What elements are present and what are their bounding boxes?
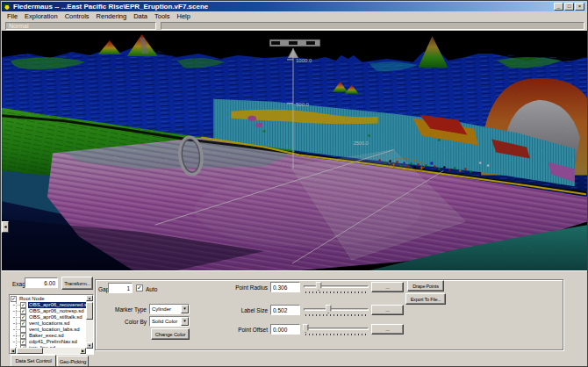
change-color-button[interactable]: Change Color xyxy=(151,328,190,340)
close-icon[interactable]: × xyxy=(575,3,584,11)
menu-controls[interactable]: Controls xyxy=(61,12,93,21)
point-offset-input[interactable] xyxy=(270,324,300,335)
tab-geo-picking[interactable]: Geo-Picking xyxy=(57,356,89,367)
tree-vertical-scrollbar[interactable]: ▲ ▼ xyxy=(86,295,93,349)
tree-item-label: OBS_apr06_notresp.sd xyxy=(28,308,85,314)
checkbox-icon[interactable]: ✓ xyxy=(20,308,26,314)
checkbox-icon[interactable]: ✓ xyxy=(20,339,26,345)
tree-item[interactable]: ✓ OBS_apr06_recovered.sd xyxy=(11,302,86,308)
marker-type-label: Marker Type xyxy=(105,306,147,313)
checkbox-icon[interactable]: ✓ xyxy=(20,314,26,320)
chevron-down-icon[interactable]: ▼ xyxy=(181,305,189,313)
app-bat-icon xyxy=(4,4,11,11)
checkbox-icon[interactable]: ✓ xyxy=(20,320,26,327)
tree-item-label: OBS_apr06_recovered.sd xyxy=(28,302,86,308)
exag-input[interactable] xyxy=(25,277,58,288)
view-mode-box[interactable]: Normal xyxy=(5,22,156,30)
fledermaus-window: Fledermaus -- ...East Pacific Rise\EPR_E… xyxy=(0,0,588,367)
scrollbar-thumb[interactable] xyxy=(17,348,43,354)
tab-data-set-control[interactable]: Data Set Control xyxy=(11,355,56,367)
tree-item[interactable]: ✓ Baker_exec.sd xyxy=(11,333,86,339)
menubar: File Exploration Controls Rendering Data… xyxy=(2,11,586,21)
checkbox-icon[interactable] xyxy=(20,327,26,333)
point-radius-input[interactable] xyxy=(270,282,300,292)
tree-item-label: OBS_apr06_stilltalk.sd xyxy=(28,314,83,320)
tree-item[interactable]: ✓ vent_locations.sd xyxy=(11,320,86,327)
tree-item-label: Root Node xyxy=(18,296,46,302)
toolbar-status-box xyxy=(161,22,584,30)
menu-file[interactable]: File xyxy=(4,12,21,21)
label-size-slider[interactable] xyxy=(304,305,369,317)
slider-thumb[interactable] xyxy=(316,282,322,291)
tree-item[interactable]: ✓ OBS_apr06_stilltalk.sd xyxy=(11,314,86,320)
checkbox-icon[interactable]: ✓ xyxy=(20,302,26,308)
scroll-left-icon[interactable]: ◀ xyxy=(10,348,16,354)
toolbar: Normal xyxy=(2,21,586,31)
menu-data[interactable]: Data xyxy=(130,12,151,21)
minimize-icon[interactable]: _ xyxy=(554,3,563,11)
tree-item[interactable]: ✓ cdp41_PrelimNav.sd xyxy=(11,339,86,345)
chevron-down-icon[interactable]: ▼ xyxy=(181,317,189,326)
point-offset-more-button[interactable]: ... xyxy=(371,324,404,335)
tree-horizontal-scrollbar[interactable]: ◀ ▶ xyxy=(10,348,86,354)
color-by-value: Solid Color xyxy=(152,319,177,324)
scroll-right-icon[interactable]: ▶ xyxy=(80,348,86,354)
menu-help[interactable]: Help xyxy=(174,12,194,21)
scroll-down-icon[interactable]: ▼ xyxy=(86,342,93,349)
point-offset-label: Point Offset xyxy=(226,327,268,333)
point-radius-more-button[interactable]: ... xyxy=(371,282,404,292)
checkbox-icon[interactable]: ✓ xyxy=(20,333,26,339)
label-size-more-button[interactable]: ... xyxy=(371,305,404,315)
auto-label: Auto xyxy=(146,286,157,292)
tree-item-label: Baker_exec.sd xyxy=(28,333,65,339)
maximize-icon[interactable]: □ xyxy=(564,3,574,11)
export-to-file-button[interactable]: Export To File... xyxy=(405,293,446,305)
point-radius-slider[interactable] xyxy=(304,282,369,294)
dataset-tree[interactable]: ✓ Root Node ✓ OBS_apr06_recovered.sd ✓ O… xyxy=(9,294,94,355)
scrollbar-thumb[interactable] xyxy=(86,302,93,320)
viewport-3d[interactable]: 1000.0 500.0 2500.0 ◂ xyxy=(2,31,588,270)
auto-checkbox[interactable]: ✓ xyxy=(136,284,143,291)
slider-thumb[interactable] xyxy=(326,305,332,313)
terrain-noise-overlay xyxy=(2,31,588,270)
tree-item-label: vent_locations.sd xyxy=(28,320,70,327)
menu-exploration[interactable]: Exploration xyxy=(21,12,61,21)
tree-item[interactable]: vent_location_labs.sd xyxy=(11,327,86,333)
menu-rendering[interactable]: Rendering xyxy=(93,12,131,21)
titlebar[interactable]: Fledermaus -- ...East Pacific Rise\EPR_E… xyxy=(2,2,586,11)
tree-item[interactable]: ✓ OBS_apr06_notresp.sd xyxy=(11,308,86,314)
control-panel: Exag Transform... ✓ Root Node ✓ OBS_apr0… xyxy=(2,270,588,367)
drape-points-button[interactable]: Drape Points xyxy=(407,280,444,291)
marker-type-value: Cylinder xyxy=(152,306,171,312)
checkbox-icon[interactable]: ✓ xyxy=(11,296,17,302)
color-by-select[interactable]: Solid Color ▼ xyxy=(149,316,190,327)
tree-item-root[interactable]: ✓ Root Node xyxy=(11,296,86,302)
scene-canvas[interactable]: 1000.0 500.0 2500.0 xyxy=(2,31,588,270)
window-title: Fledermaus -- ...East Pacific Rise\EPR_E… xyxy=(13,3,554,11)
label-size-input[interactable] xyxy=(270,305,300,315)
color-by-label: Color By xyxy=(105,319,147,325)
splitter-collapse-button[interactable]: ◂ xyxy=(2,221,9,233)
transform-button[interactable]: Transform... xyxy=(61,277,93,290)
exag-label: Exag xyxy=(12,281,25,287)
menu-tools[interactable]: Tools xyxy=(151,12,174,21)
slider-thumb[interactable] xyxy=(303,324,309,333)
scroll-up-icon[interactable]: ▲ xyxy=(86,295,93,301)
label-size-label: Label Size xyxy=(226,307,268,313)
tree-item-label: cdp41_PrelimNav.sd xyxy=(28,339,78,345)
point-offset-slider[interactable] xyxy=(304,324,369,336)
gap-input[interactable] xyxy=(108,283,133,293)
tree-item-label: vent_location_labs.sd xyxy=(28,327,81,333)
point-radius-label: Point Radius xyxy=(226,284,268,291)
marker-type-select[interactable]: Cylinder ▼ xyxy=(149,304,190,314)
